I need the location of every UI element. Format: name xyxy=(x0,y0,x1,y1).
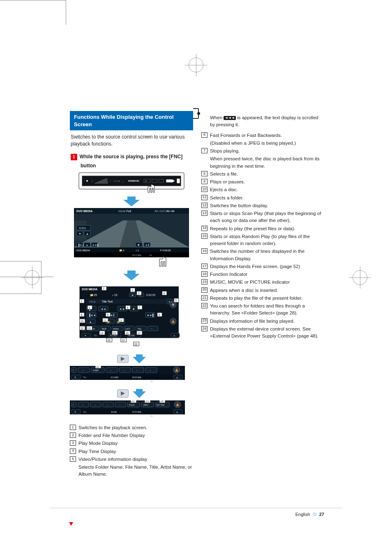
svg-text:📁 2: 📁 2 xyxy=(119,249,125,252)
list-item: 14Repeats to play (the preset files or d… xyxy=(201,225,325,232)
list-item: 24Displays the external device control s… xyxy=(201,326,325,340)
svg-text:►ǁ: ►ǁ xyxy=(145,244,149,246)
item-text: Appears when a disc is inserted. xyxy=(210,287,325,294)
svg-text:22: 22 xyxy=(131,400,135,402)
crop-mark xyxy=(66,0,66,25)
svg-text:8: 8 xyxy=(81,313,82,316)
svg-text:▼: ▼ xyxy=(74,411,76,413)
arrow-down-icon xyxy=(123,271,140,280)
svg-text:▲: ▲ xyxy=(86,244,88,246)
continue-arrow-icon xyxy=(69,522,73,526)
item-sub: (Disabled when a JPEG is being played.) xyxy=(210,140,325,147)
svg-text:TITLE:: TITLE: xyxy=(89,301,97,303)
svg-text:SCRN: SCRN xyxy=(79,227,86,229)
svg-text:20: 20 xyxy=(134,342,138,345)
step-text: While the source is playing, press the [… xyxy=(80,154,183,160)
svg-text:24: 24 xyxy=(160,400,164,402)
svg-marker-155 xyxy=(121,357,125,361)
svg-text:INFO: INFO xyxy=(143,404,148,406)
next-page-button xyxy=(117,389,129,398)
item-text: Function Indicator xyxy=(210,271,325,278)
list-item: 16Switches the number of lines displayed… xyxy=(201,248,325,262)
rewind-icon: ◄◄◄ xyxy=(224,116,236,120)
svg-text:▲: ▲ xyxy=(86,232,89,235)
svg-text:TEL: TEL xyxy=(94,335,97,337)
svg-marker-46 xyxy=(123,271,140,280)
section-lead: Switches to the source control screen to… xyxy=(71,134,192,148)
svg-text:−: − xyxy=(150,369,151,372)
crop-mark xyxy=(0,0,66,0)
item-text: Starts or stops Scan Play (that plays th… xyxy=(210,210,325,224)
svg-text:►►: ►► xyxy=(120,307,125,310)
svg-point-2 xyxy=(86,180,88,182)
svg-text:3: 3 xyxy=(138,292,139,295)
item-number: 19 xyxy=(201,279,208,284)
item-text: Video/Picture information display xyxy=(78,456,193,463)
svg-text:AV–OUT:AV–IN: AV–OUT:AV–IN xyxy=(154,210,174,213)
svg-text:DVD MEDIA: DVD MEDIA xyxy=(82,288,97,291)
item-sub: Selects Folder Name, File Name, Title, A… xyxy=(78,464,193,478)
svg-rect-43 xyxy=(74,252,189,257)
item-number: 21 xyxy=(201,295,208,301)
right-pre-sub: When ◄◄◄ is appeared, the text display i… xyxy=(201,114,325,129)
svg-text:LIST: LIST xyxy=(125,328,131,330)
svg-marker-184 xyxy=(121,391,125,395)
svg-text:►: ► xyxy=(145,180,147,182)
item-text: Repeats to play (the preset files or dat… xyxy=(210,225,325,232)
svg-text:Mode:Full: Mode:Full xyxy=(118,210,131,213)
device-figure: ▽ ▽ VOLUME △ KENWOOD ► xyxy=(78,172,185,195)
svg-text:7: 7 xyxy=(138,306,140,309)
list-item: 1Switches to the playback screen. xyxy=(70,424,193,431)
svg-text:−: − xyxy=(119,404,121,406)
page-footer: English 27 xyxy=(295,512,324,517)
svg-text:−: − xyxy=(136,369,138,372)
svg-text:1: 1 xyxy=(131,289,133,291)
svg-text:17: 17 xyxy=(137,331,141,334)
svg-text:▲: ▲ xyxy=(89,320,92,323)
svg-text:11: 11 xyxy=(119,319,122,321)
svg-text:−: − xyxy=(82,369,84,372)
item-text: You can search for folders and files thr… xyxy=(210,303,325,317)
svg-rect-21 xyxy=(74,220,86,241)
svg-text:1: 1 xyxy=(81,300,82,303)
step-badge: 1 xyxy=(71,154,77,160)
svg-text:DVD MEDIA: DVD MEDIA xyxy=(76,249,90,252)
svg-text:▲: ▲ xyxy=(173,334,175,337)
list-item: 3Play Mode Display xyxy=(70,440,193,447)
item-text: Fast Forwards or Fast Backwards. xyxy=(210,132,325,139)
svg-rect-170 xyxy=(145,368,157,372)
item-text: Stops playing. xyxy=(210,148,325,155)
list-item: 6Fast Forwards or Fast Backwards. xyxy=(201,132,325,139)
list-item: 11Selects a folder. xyxy=(201,194,325,201)
item-text: Switches to the playback screen. xyxy=(78,424,193,431)
item-number: 12 xyxy=(201,203,208,208)
item-text: Play Time Display xyxy=(78,448,193,455)
svg-text:−: − xyxy=(110,369,112,372)
left-feature-list: 1Switches to the playback screen.2Folder… xyxy=(70,424,193,478)
softkey-bar-2: › − − − − FOLD INFO EXT SW ▼ TEL SLIDE P… xyxy=(70,400,185,419)
svg-text:−: − xyxy=(82,404,84,406)
item-text: Starts or stops Random Play (to play fil… xyxy=(210,233,325,247)
svg-text:F.REP: F.REP xyxy=(93,369,99,372)
svg-marker-13 xyxy=(123,197,140,206)
list-item: 15Starts or stops Random Play (to play f… xyxy=(201,233,325,247)
right-feature-list: 6Fast Forwards or Fast Backwards.(Disabl… xyxy=(201,132,325,340)
svg-text:■: ■ xyxy=(133,307,134,310)
svg-text:MOVIE: MOVIE xyxy=(128,335,135,337)
registration-mark xyxy=(189,58,203,72)
item-number: 3 xyxy=(70,440,76,446)
footer-dot-icon xyxy=(313,512,317,516)
svg-text:♪ 1: ♪ 1 xyxy=(136,249,139,252)
list-item: 20Appears when a disc is inserted. xyxy=(201,287,325,294)
svg-text:PICTURE: PICTURE xyxy=(132,376,142,379)
item-text: Displays the external device control scr… xyxy=(210,326,325,340)
item-number: 9 xyxy=(201,179,208,184)
list-item: 22You can search for folders and files t… xyxy=(201,303,325,317)
svg-rect-12 xyxy=(177,178,180,183)
svg-text:PICTURE: PICTURE xyxy=(132,411,142,413)
svg-text:16: 16 xyxy=(126,331,129,334)
list-item: 19MUSIC, MOVIE or PICTURE indicator xyxy=(201,279,325,286)
svg-rect-164 xyxy=(106,368,118,372)
arrow-down-icon xyxy=(133,389,146,398)
svg-text:EXT SW: EXT SW xyxy=(157,404,164,406)
